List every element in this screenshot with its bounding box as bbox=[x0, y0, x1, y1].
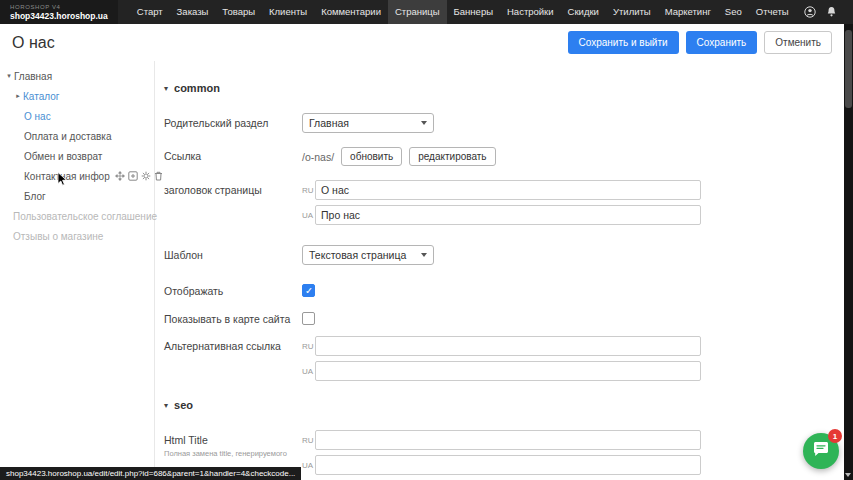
sidebar-item-home[interactable]: ▾ Главная bbox=[0, 66, 154, 86]
field-label: Показывать в карте сайта bbox=[164, 309, 302, 325]
menu-item-orders[interactable]: Заказы bbox=[170, 0, 216, 24]
sidebar-item-about[interactable]: О нас bbox=[0, 106, 154, 126]
field-sitemap: Показывать в карте сайта bbox=[164, 309, 844, 325]
field-label: Родительский раздел bbox=[164, 113, 302, 129]
field-parent-section: Родительский раздел Главная bbox=[164, 113, 844, 133]
chevron-down-icon: ▾ bbox=[164, 401, 168, 410]
pages-tree-sidebar: ▾ Главная ▸ Каталог О нас Оплата и доста… bbox=[0, 61, 155, 467]
sidebar-item-store-reviews[interactable]: Отзывы о магазине bbox=[0, 226, 154, 246]
browser-status-url: shop34423.horoshop.ua/edit/edit.php?id=6… bbox=[0, 467, 301, 480]
section-common-toggle[interactable]: ▾ common bbox=[164, 81, 844, 95]
delete-trash-icon[interactable] bbox=[154, 171, 163, 181]
sitemap-checkbox[interactable] bbox=[302, 312, 315, 325]
field-label: Html Title Полная замена title, генериру… bbox=[164, 430, 302, 458]
sidebar-item-exchange-return[interactable]: Обмен и возврат bbox=[0, 146, 154, 166]
chevron-down-icon[interactable]: ▾ bbox=[4, 72, 14, 80]
field-display: Отображать bbox=[164, 281, 844, 297]
field-link: Ссылка /o-nas/ обновить редактировать bbox=[164, 146, 844, 168]
sidebar-item-payment-delivery[interactable]: Оплата и доставка bbox=[0, 126, 154, 146]
lang-label-ua: UA bbox=[302, 367, 315, 376]
logo-domain: shop34423.horoshop.ua bbox=[10, 11, 108, 21]
menu-item-discounts[interactable]: Скидки bbox=[561, 0, 606, 24]
menu-item-marketing[interactable]: Маркетинг bbox=[658, 0, 718, 24]
link-value: /o-nas/ bbox=[302, 151, 334, 163]
account-icon[interactable] bbox=[804, 6, 816, 18]
save-button[interactable]: Сохранить bbox=[686, 31, 758, 54]
field-label: Отображать bbox=[164, 281, 302, 297]
field-alt-link: Альтернативная ссылка RU UA bbox=[164, 336, 844, 386]
sidebar-item-contacts[interactable]: Контактная инфор bbox=[0, 166, 154, 186]
page-title-ua-input[interactable] bbox=[315, 205, 701, 225]
header-buttons: Сохранить и выйти Сохранить Отменить bbox=[568, 31, 833, 54]
page-edit-form: ▾ common Родительский раздел Главная Ссы… bbox=[156, 61, 844, 480]
refresh-link-button[interactable]: обновить bbox=[341, 147, 402, 166]
menu-item-comments[interactable]: Комментарии bbox=[314, 0, 388, 24]
cancel-button[interactable]: Отменить bbox=[764, 31, 832, 54]
parent-section-select[interactable]: Главная bbox=[302, 113, 434, 133]
field-page-title: заголовок страницы RU UA bbox=[164, 180, 844, 230]
menu-item-utilities[interactable]: Утилиты bbox=[606, 0, 658, 24]
lang-label-ru: RU bbox=[302, 342, 315, 351]
field-template: Шаблон Текстовая страница bbox=[164, 245, 844, 265]
field-label: Ссылка bbox=[164, 146, 302, 162]
sidebar-item-user-agreement[interactable]: Пользовательское соглашение bbox=[0, 206, 154, 226]
lang-label-ru: RU bbox=[302, 436, 315, 445]
menu-item-reports[interactable]: Отчеты bbox=[749, 0, 796, 24]
settings-gear-icon[interactable] bbox=[141, 171, 151, 181]
section-seo-toggle[interactable]: ▾ seo bbox=[164, 398, 844, 412]
logo-version: HOROSHOP V4 bbox=[10, 4, 108, 11]
tree-item-actions bbox=[115, 171, 163, 181]
sidebar-item-blog[interactable]: Блог bbox=[0, 186, 154, 206]
save-and-exit-button[interactable]: Сохранить и выйти bbox=[568, 31, 679, 54]
menu-item-products[interactable]: Товары bbox=[215, 0, 262, 24]
lang-label-ua: UA bbox=[302, 461, 315, 470]
edit-link-button[interactable]: редактировать bbox=[409, 147, 495, 166]
html-title-ua-input[interactable] bbox=[315, 455, 701, 475]
alt-link-ua-input[interactable] bbox=[315, 361, 701, 381]
topbar-actions bbox=[804, 6, 853, 18]
lang-label-ru: RU bbox=[302, 186, 315, 195]
logo[interactable]: HOROSHOP V4 shop34423.horoshop.ua bbox=[0, 0, 118, 24]
move-icon[interactable] bbox=[115, 171, 125, 181]
topbar: HOROSHOP V4 shop34423.horoshop.ua Старт … bbox=[0, 0, 853, 24]
sidebar-item-catalog[interactable]: ▸ Каталог bbox=[0, 86, 154, 106]
menu-item-start[interactable]: Старт bbox=[130, 0, 170, 24]
main-menu: Старт Заказы Товары Клиенты Комментарии … bbox=[130, 0, 796, 24]
add-subpage-icon[interactable] bbox=[128, 171, 138, 181]
menu-item-seo[interactable]: Seo bbox=[718, 0, 749, 24]
notifications-bell-icon[interactable] bbox=[825, 6, 837, 18]
alt-link-ru-input[interactable] bbox=[315, 336, 701, 356]
scrollbar-down-arrow-icon[interactable] bbox=[845, 473, 851, 477]
chevron-down-icon bbox=[421, 253, 427, 257]
template-select[interactable]: Текстовая страница bbox=[302, 245, 434, 265]
lang-label-ua: UA bbox=[302, 211, 315, 220]
vertical-scrollbar[interactable] bbox=[844, 24, 853, 480]
menu-item-banners[interactable]: Баннеры bbox=[447, 0, 500, 24]
chevron-down-icon: ▾ bbox=[164, 84, 168, 93]
html-title-ru-input[interactable] bbox=[315, 430, 701, 450]
chevron-down-icon bbox=[421, 121, 427, 125]
field-label: Шаблон bbox=[164, 245, 302, 261]
menu-item-clients[interactable]: Клиенты bbox=[262, 0, 314, 24]
menu-item-pages[interactable]: Страницы bbox=[388, 0, 447, 24]
chat-bubble-icon bbox=[812, 441, 830, 462]
chevron-right-icon[interactable]: ▸ bbox=[13, 92, 23, 100]
field-label: Альтернативная ссылка bbox=[164, 336, 302, 352]
scrollbar-thumb[interactable] bbox=[845, 30, 852, 108]
page-title: О нас bbox=[12, 34, 55, 52]
field-label: заголовок страницы bbox=[164, 180, 302, 196]
chat-unread-badge: 1 bbox=[828, 429, 842, 443]
menu-item-settings[interactable]: Настройки bbox=[500, 0, 561, 24]
page-title-ru-input[interactable] bbox=[315, 180, 701, 200]
page-header: О нас Сохранить и выйти Сохранить Отмени… bbox=[0, 24, 844, 61]
chat-launcher-button[interactable]: 1 bbox=[803, 433, 839, 469]
display-checkbox[interactable] bbox=[302, 284, 315, 297]
field-hint: Полная замена title, генерируемого bbox=[164, 449, 302, 458]
